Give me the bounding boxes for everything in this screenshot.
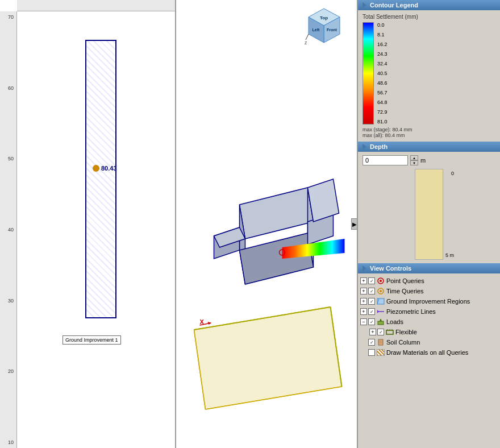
tree-item-ground-improvement[interactable]: + Ground Improvement Regions	[360, 296, 498, 306]
depth-down-button[interactable]: ▼	[410, 160, 418, 165]
view-controls-collapse-arrow[interactable]	[363, 266, 366, 271]
tree-item-soil-column[interactable]: Soil Column	[360, 337, 498, 347]
tree-item-time-queries[interactable]: + Time Queries	[360, 286, 498, 296]
svg-marker-7	[240, 188, 314, 239]
depth-label-top: 0	[451, 171, 454, 176]
svg-marker-38	[380, 319, 382, 321]
ground-improvement-icon	[376, 297, 385, 305]
soil-column-icon	[376, 338, 385, 346]
depth-input-row: ▲ ▼ m	[363, 155, 495, 165]
contour-colorbar-container: 0.0 8.1 16.2 24.3 32.4 40.5 48.6 56.7 64…	[363, 22, 495, 125]
cb-label-8: 64.8	[377, 99, 388, 105]
contour-collapse-arrow[interactable]	[363, 2, 366, 8]
tree-expand-ground[interactable]: +	[360, 298, 367, 305]
center-panel: X Top Front Left	[176, 0, 358, 448]
cb-label-10: 81.0	[377, 119, 388, 125]
cb-label-7: 56.7	[377, 90, 388, 96]
ruler-tick-70: 70	[1, 14, 15, 20]
svg-text:Z: Z	[305, 41, 307, 45]
time-queries-label: Time Queries	[386, 288, 424, 294]
contour-max-stage: max (stage): 80.4 mm	[363, 127, 495, 132]
tree-item-loads[interactable]: − Loads	[360, 317, 498, 327]
depth-section: Depth ▲ ▼ m 0 5 m	[358, 142, 500, 263]
tree-checkbox-loads[interactable]	[368, 318, 375, 325]
depth-visual-container: 0 5 m	[363, 169, 495, 260]
svg-point-29	[380, 280, 382, 282]
left-panel: 70 60 50 40 30 20 10 80.43 Ground Improv…	[0, 0, 176, 448]
tree-item-point-queries[interactable]: + Point Queries	[360, 276, 498, 286]
view-controls-title: View Controls	[370, 265, 411, 272]
canvas-area: 80.43 Ground Improvement 1	[17, 11, 175, 448]
depth-title: Depth	[370, 143, 388, 150]
right-panel: Contour Legend Total Settlement (mm) 0.0…	[358, 0, 500, 448]
svg-rect-39	[386, 330, 393, 334]
tree-expand-time[interactable]: +	[360, 288, 367, 294]
colorbar	[363, 22, 374, 125]
tree-item-piezometric[interactable]: + Piezometric Lines	[360, 306, 498, 317]
tree-item-draw-materials[interactable]: Draw Materials on all Queries	[360, 347, 498, 358]
draw-materials-label: Draw Materials on all Queries	[386, 349, 468, 356]
svg-text:Top: Top	[320, 15, 328, 20]
tree-expand-loads[interactable]: −	[360, 318, 367, 325]
cb-label-4: 32.4	[377, 61, 388, 67]
ruler-tick-10: 10	[1, 439, 15, 445]
contour-legend-header: Contour Legend	[358, 0, 500, 10]
tree-checkbox-point[interactable]	[368, 277, 375, 284]
flexible-icon	[385, 328, 394, 336]
cb-label-5: 40.5	[377, 70, 388, 76]
svg-line-26	[306, 34, 309, 40]
contour-max-all: max (all): 80.4 mm	[363, 132, 495, 138]
tree-checkbox-time[interactable]	[368, 288, 375, 294]
ruler-left: 70 60 50 40 30 20 10	[0, 11, 17, 448]
svg-text:Front: Front	[327, 28, 338, 32]
cb-label-2: 16.2	[377, 42, 388, 47]
svg-marker-14	[308, 179, 339, 222]
svg-rect-36	[378, 321, 384, 325]
tree-checkbox-soil[interactable]	[368, 339, 375, 346]
query-value: 80.43	[101, 165, 117, 172]
expand-arrow[interactable]: ▶	[351, 218, 358, 230]
tree-item-flexible[interactable]: + Flexible	[369, 327, 498, 337]
viewport-3d: X Top Front Left	[176, 0, 357, 448]
loads-children: + Flexible	[360, 327, 498, 337]
tree-expand-flexible[interactable]: +	[369, 329, 376, 335]
depth-label-bottom: 5 m	[445, 252, 454, 258]
depth-input[interactable]	[363, 155, 408, 165]
point-queries-label: Point Queries	[386, 277, 424, 284]
tree-checkbox-ground[interactable]	[368, 298, 375, 305]
soil-column-label: Soil Column	[386, 339, 420, 346]
tree-checkbox-draw[interactable]	[368, 349, 375, 356]
cb-label-0: 0.0	[377, 22, 388, 28]
cb-label-6: 48.6	[377, 80, 388, 86]
tree-checkbox-piezo[interactable]	[368, 308, 375, 315]
contour-section: Contour Legend Total Settlement (mm) 0.0…	[358, 0, 500, 142]
tree-expand-piezo[interactable]: +	[360, 308, 367, 315]
depth-visual: 0 5 m	[415, 169, 443, 260]
piezometric-icon	[376, 308, 385, 316]
scene-svg: X	[176, 0, 357, 448]
loads-label: Loads	[386, 318, 403, 325]
depth-collapse-arrow[interactable]	[363, 144, 366, 150]
tree-checkbox-flexible[interactable]	[377, 329, 384, 335]
view-controls-content: + Point Queries + Time Queries	[358, 273, 500, 360]
flexible-label: Flexible	[395, 329, 417, 335]
point-queries-icon	[376, 277, 385, 285]
nav-cube[interactable]: Top Front Left Z	[303, 6, 345, 48]
ground-improvement-label: Ground Improvement Regions	[386, 298, 470, 305]
svg-marker-10	[240, 233, 314, 284]
cb-label-9: 72.9	[377, 109, 388, 115]
depth-unit: m	[420, 157, 426, 164]
time-queries-icon	[376, 287, 385, 295]
cb-label-1: 8.1	[377, 32, 388, 38]
ruler-tick-50: 50	[1, 156, 15, 161]
depth-header: Depth	[358, 142, 500, 152]
tree-expand-point[interactable]: +	[360, 277, 367, 284]
svg-rect-43	[378, 339, 383, 345]
svg-marker-0	[194, 307, 342, 409]
ruler-tick-20: 20	[1, 368, 15, 374]
colorbar-labels: 0.0 8.1 16.2 24.3 32.4 40.5 48.6 56.7 64…	[377, 22, 388, 125]
svg-point-31	[380, 290, 382, 292]
ruler-tick-60: 60	[1, 85, 15, 91]
contour-content: Total Settlement (mm) 0.0 8.1 16.2 24.3 …	[358, 10, 500, 142]
depth-up-button[interactable]: ▲	[410, 155, 418, 160]
